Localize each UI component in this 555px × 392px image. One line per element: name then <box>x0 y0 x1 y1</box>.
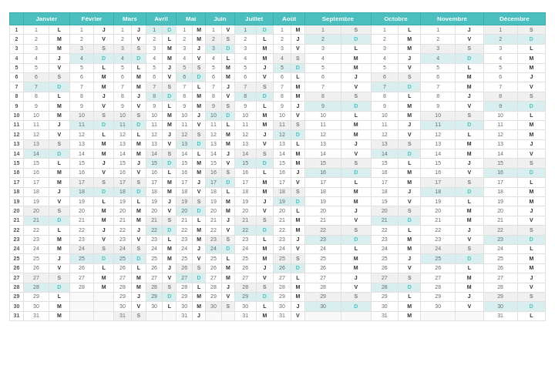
day-letter-cell: M <box>456 139 484 149</box>
day-letter-cell: J <box>49 54 69 63</box>
day-letter-cell: D <box>163 226 177 235</box>
day-number-cell: 19 <box>177 197 193 206</box>
day-number-cell: 1 <box>305 25 341 35</box>
day-letter-cell: L <box>131 63 146 72</box>
day-letter-cell: J <box>456 25 484 35</box>
day-number-cell: 2 <box>305 35 341 44</box>
day-number-cell: 14 <box>69 149 93 159</box>
day-number-cell: 2 <box>483 35 517 44</box>
day-number-cell: 15 <box>177 159 193 168</box>
day-number-cell: 13 <box>146 139 163 149</box>
table-row: 11L1J1J1D1M1V1D1M1S1L1J1S <box>10 25 546 35</box>
day-letter-cell: L <box>193 82 206 92</box>
day-letter-cell: S <box>256 149 274 159</box>
day-number-cell: 2 <box>69 35 93 44</box>
day-letter-cell: L <box>517 111 545 120</box>
day-number-cell: 8 <box>146 92 163 101</box>
day-number-cell <box>69 302 93 311</box>
day-letter-cell: D <box>221 178 234 187</box>
day-number-cell: 14 <box>371 149 399 159</box>
table-row: 3030M30V30L30M30S30L30J30D30M30V30D <box>10 302 546 311</box>
day-number-cell: 23 <box>371 235 399 244</box>
day-letter-cell: V <box>163 139 177 149</box>
day-number-cell: 1 <box>206 25 222 35</box>
day-number-cell: 4 <box>113 54 131 63</box>
day-number-cell: 12 <box>113 130 131 139</box>
day-number-cell: 12 <box>421 130 456 139</box>
day-letter-cell: J <box>49 254 69 263</box>
day-letter-cell: D <box>341 235 372 244</box>
day-number-cell: 23 <box>69 235 93 244</box>
day-letter-cell: L <box>94 130 114 139</box>
day-letter-cell: M <box>131 149 146 159</box>
day-number-cell: 6 <box>24 72 49 82</box>
day-number-cell: 3 <box>305 44 341 53</box>
day-letter-cell: M <box>163 54 177 63</box>
day-letter-cell: L <box>131 197 146 206</box>
day-number-cell: 8 <box>234 92 256 101</box>
row-number: 6 <box>10 72 24 82</box>
day-number-cell: 6 <box>234 72 256 82</box>
day-number-cell: 30 <box>113 302 131 311</box>
day-number-cell: 5 <box>371 63 399 72</box>
day-letter-cell: J <box>256 130 274 139</box>
day-number-cell: 28 <box>177 283 193 292</box>
day-letter-cell: V <box>291 44 304 53</box>
day-number-cell: 29 <box>234 292 256 301</box>
day-letter-cell: V <box>163 72 177 82</box>
day-number-cell: 24 <box>69 244 93 253</box>
day-number-cell: 28 <box>24 283 49 292</box>
day-letter-cell: J <box>456 92 484 101</box>
day-letter-cell: D <box>163 292 177 301</box>
day-letter-cell: M <box>49 302 69 311</box>
day-letter-cell: D <box>131 120 146 129</box>
day-number-cell: 29 <box>305 292 341 301</box>
day-number-cell: 31 <box>234 311 256 320</box>
day-letter-cell: V <box>131 302 146 311</box>
day-letter-cell: D <box>163 25 177 35</box>
day-letter-cell: V <box>49 63 69 72</box>
day-number-cell: 28 <box>206 283 222 292</box>
day-letter-cell: M <box>193 35 206 44</box>
day-number-cell: 4 <box>146 54 163 63</box>
day-letter-cell: V <box>221 159 234 168</box>
day-number-cell: 3 <box>206 44 222 53</box>
day-letter-cell: L <box>221 254 234 263</box>
page: Janvier Février Mars Avril Mai Juin Juil… <box>0 0 555 392</box>
day-number-cell: 23 <box>274 235 291 244</box>
row-number: 30 <box>10 302 24 311</box>
day-letter-cell: M <box>341 197 372 206</box>
table-row: 99M9V9V9L9M9S9L9J9D9M9V9D <box>10 102 546 111</box>
day-number-cell: 22 <box>69 226 93 235</box>
day-letter-cell: L <box>399 226 421 235</box>
day-number-cell: 16 <box>206 168 222 177</box>
day-letter-cell: D <box>221 111 234 120</box>
day-letter-cell: M <box>49 111 69 120</box>
day-number-cell: 8 <box>206 92 222 101</box>
day-number-cell: 25 <box>274 254 291 263</box>
row-number: 4 <box>10 54 24 63</box>
table-row: 1111J11D11D11M11V11L11M11S11M11J11D11M <box>10 120 546 129</box>
day-number-cell: 22 <box>305 226 341 235</box>
table-row: 77D7M7M7S7L7J7S7M7V7D7M7V <box>10 82 546 92</box>
day-letter-cell: V <box>456 168 484 177</box>
day-number-cell: 26 <box>113 263 131 273</box>
day-letter-cell: M <box>193 102 206 111</box>
month-header-row: Janvier Février Mars Avril Mai Juin Juil… <box>10 13 546 25</box>
day-number-cell: 13 <box>483 139 517 149</box>
day-number-cell: 13 <box>305 139 341 149</box>
day-number-cell: 17 <box>206 178 222 187</box>
day-number-cell: 27 <box>305 273 341 283</box>
day-number-cell: 10 <box>206 111 222 120</box>
day-letter-cell: M <box>94 273 114 283</box>
day-number-cell: 11 <box>113 120 131 129</box>
day-number-cell: 23 <box>177 235 193 244</box>
day-number-cell: 3 <box>421 44 456 53</box>
day-number-cell: 19 <box>234 197 256 206</box>
day-letter-cell: L <box>163 235 177 244</box>
day-number-cell: 18 <box>69 187 93 196</box>
day-number-cell: 26 <box>177 263 193 273</box>
day-number-cell: 22 <box>371 226 399 235</box>
day-letter-cell: D <box>193 72 206 82</box>
day-number-cell: 12 <box>177 130 193 139</box>
